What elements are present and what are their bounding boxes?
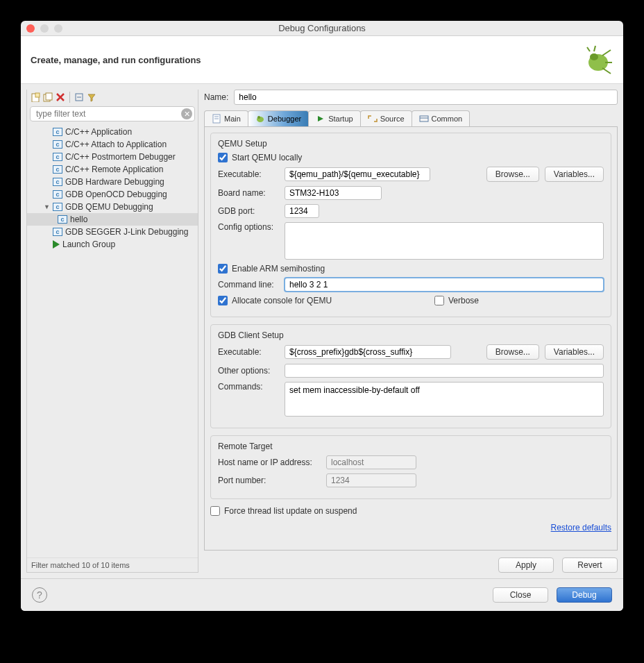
tree-item-label: GDB Hardware Debugging (65, 177, 164, 187)
port-input (326, 473, 416, 487)
gdb-port-input[interactable] (285, 204, 319, 218)
tree-item-label: GDB OpenOCD Debugging (65, 190, 167, 199)
force-thread-input[interactable] (210, 506, 220, 516)
debug-button[interactable]: Debug (557, 587, 612, 603)
tree-item-label: C/C++ Remote Application (65, 165, 163, 174)
tab-label: Main (224, 115, 241, 123)
dialog-footer: ? Close Debug (21, 578, 623, 611)
apply-revert-bar: Apply Revert (204, 551, 618, 573)
tree-item[interactable]: cGDB Hardware Debugging (27, 176, 198, 188)
qemu-browse-button[interactable]: Browse... (486, 167, 539, 182)
qemu-setup-group: QEMU Setup Start QEMU locally Executable… (210, 133, 611, 317)
command-line-input[interactable] (285, 278, 604, 292)
svg-point-17 (257, 116, 260, 119)
tab-debugger[interactable]: Debugger (248, 110, 309, 126)
dialog-body: ✕ cC/C++ ApplicationcC/C++ Attach to App… (21, 84, 623, 578)
start-qemu-locally-input[interactable] (218, 153, 228, 162)
svg-line-4 (602, 50, 611, 56)
tab-source[interactable]: Source (360, 110, 412, 126)
gdb-client-group: GDB Client Setup Executable: Browse... V… (210, 324, 611, 428)
command-line-label: Command line: (218, 280, 279, 289)
tab-label: Common (432, 115, 463, 123)
duplicate-config-icon[interactable] (42, 92, 53, 103)
commands-input[interactable]: set mem inaccessible-by-default off (285, 382, 604, 417)
content-footer: Restore defaults (210, 520, 611, 532)
c-config-icon: c (53, 165, 62, 174)
c-config-icon: c (53, 140, 62, 149)
host-label: Host name or IP address: (218, 458, 321, 467)
header-title: Create, manage, and run configurations (31, 55, 201, 65)
tree-item[interactable]: cC/C++ Postmortem Debugger (27, 151, 198, 163)
allocate-console-input[interactable] (218, 296, 228, 305)
tree-item-label: Launch Group (62, 240, 115, 249)
tree-item[interactable]: cGDB OpenOCD Debugging (27, 188, 198, 201)
name-input[interactable] (234, 90, 618, 105)
gdb-variables-button[interactable]: Variables... (545, 344, 604, 360)
svg-rect-18 (420, 116, 428, 121)
board-name-label: Board name: (218, 188, 279, 198)
qemu-variables-button[interactable]: Variables... (545, 167, 604, 182)
tree-item-label: C/C++ Postmortem Debugger (65, 152, 176, 162)
start-qemu-locally-checkbox[interactable]: Start QEMU locally (218, 153, 604, 162)
tree-item[interactable]: cGDB SEGGER J-Link Debugging (27, 226, 198, 238)
help-button[interactable]: ? (32, 587, 47, 603)
tree-item[interactable]: Launch Group (27, 238, 198, 251)
board-name-input[interactable] (285, 186, 382, 200)
gdb-port-label: GDB port: (218, 206, 279, 216)
enable-semihosting-input[interactable] (218, 264, 228, 274)
close-button[interactable]: Close (493, 587, 548, 603)
qemu-executable-label: Executable: (218, 169, 279, 179)
tab-main[interactable]: Main (204, 110, 248, 126)
tab-startup[interactable]: Startup (308, 110, 360, 126)
tab-label: Source (380, 115, 405, 123)
new-config-icon[interactable] (30, 92, 41, 103)
tab-common[interactable]: Common (412, 110, 471, 126)
apply-button[interactable]: Apply (498, 557, 554, 573)
restore-defaults-link[interactable]: Restore defaults (551, 523, 611, 532)
c-config-icon: c (53, 153, 62, 161)
remote-target-title: Remote Target (218, 442, 604, 451)
window-title: Debug Configurations (21, 23, 623, 33)
debug-config-window: Debug Configurations Create, manage, and… (21, 21, 623, 611)
gdb-executable-label: Executable: (218, 347, 279, 357)
commands-label: Commands: (218, 382, 279, 392)
other-options-input[interactable] (285, 364, 604, 378)
config-options-input[interactable] (285, 222, 604, 260)
tree-item[interactable]: ▼cGDB QEMU Debugging (27, 201, 198, 213)
remote-target-group: Remote Target Host name or IP address: P… (210, 435, 611, 499)
titlebar: Debug Configurations (21, 21, 623, 36)
tree-item[interactable]: cC/C++ Remote Application (27, 163, 198, 176)
gdb-executable-input[interactable] (285, 345, 451, 359)
tree-item[interactable]: cC/C++ Application (27, 126, 198, 138)
verbose-input[interactable] (434, 296, 444, 305)
tree-item-label: GDB SEGGER J-Link Debugging (65, 227, 188, 237)
tab-label: Startup (328, 115, 353, 123)
revert-button[interactable]: Revert (562, 557, 618, 573)
allocate-console-checkbox[interactable]: Allocate console for QEMU (218, 296, 332, 305)
doc-icon (212, 114, 221, 124)
qemu-executable-input[interactable] (285, 167, 430, 181)
name-row: Name: (204, 90, 618, 109)
tab-label: Debugger (268, 115, 301, 123)
force-thread-checkbox[interactable]: Force thread list update on suspend (210, 506, 611, 516)
svg-line-2 (587, 47, 590, 51)
collapse-all-icon[interactable] (74, 92, 85, 103)
tree-item[interactable]: cC/C++ Attach to Application (27, 138, 198, 151)
filter-input[interactable] (30, 106, 195, 121)
delete-config-icon[interactable] (55, 92, 66, 103)
clear-filter-icon[interactable]: ✕ (181, 108, 192, 119)
filter-status: Filter matched 10 of 10 items (27, 557, 198, 572)
filter-icon[interactable] (86, 92, 97, 103)
tree-item[interactable]: chello (27, 213, 198, 226)
src-icon (368, 114, 378, 124)
disclosure-icon[interactable]: ▼ (44, 203, 50, 210)
tree-item-label: hello (70, 215, 87, 224)
tree-item-label: GDB QEMU Debugging (65, 202, 153, 212)
c-config-icon: c (53, 228, 62, 236)
config-options-label: Config options: (218, 222, 279, 232)
verbose-checkbox[interactable]: Verbose (434, 296, 479, 305)
enable-semihosting-checkbox[interactable]: Enable ARM semihosting (218, 264, 604, 274)
svg-line-6 (602, 68, 611, 74)
gdb-browse-button[interactable]: Browse... (486, 344, 539, 360)
config-tree[interactable]: cC/C++ ApplicationcC/C++ Attach to Appli… (27, 124, 198, 557)
